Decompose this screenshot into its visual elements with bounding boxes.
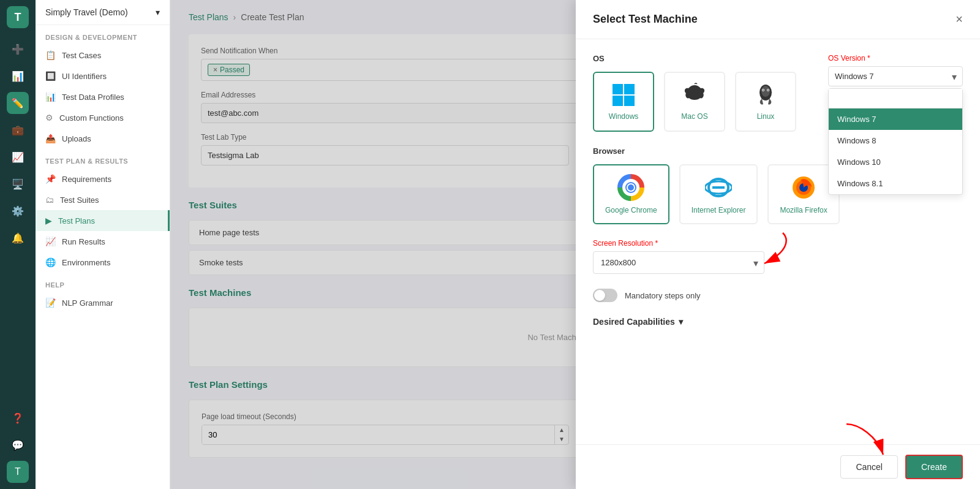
test-plans-icon: ▶ bbox=[45, 216, 52, 226]
toggle-thumb bbox=[594, 290, 605, 301]
sidebar: Simply Travel (Demo) ▾ DESIGN & DEVELOPM… bbox=[36, 0, 170, 489]
modal-body: OS Version * ▾ Windows 7 Windows 8 Windo… bbox=[576, 39, 980, 444]
os-version-dropdown: Windows 7 Windows 8 Windows 10 Windows 8… bbox=[828, 88, 963, 195]
run-results-icon: 📈 bbox=[45, 237, 56, 246]
modal-close-button[interactable]: × bbox=[956, 12, 963, 26]
resolution-select[interactable]: 1280x800 bbox=[593, 251, 764, 274]
create-button[interactable]: Create bbox=[905, 455, 963, 479]
nav-icon-chart[interactable]: 📈 bbox=[7, 146, 29, 168]
create-arrow bbox=[834, 418, 895, 461]
os-search-input[interactable] bbox=[829, 89, 962, 108]
main-content: Test Plans › Create Test Plan Send Notif… bbox=[170, 0, 980, 489]
nlp-icon: 📝 bbox=[45, 298, 56, 308]
resolution-label: Screen Resolution * bbox=[593, 239, 963, 248]
resolution-required: * bbox=[655, 239, 658, 248]
select-test-machine-modal: Select Test Machine × OS Version * ▾ Win… bbox=[576, 0, 980, 489]
resolution-section: Screen Resolution * 1280x800 ▾ bbox=[593, 239, 963, 274]
svg-point-5 bbox=[761, 86, 770, 97]
ui-identifiers-icon: 🔲 bbox=[45, 71, 56, 81]
section-design: DESIGN & DEVELOPMENT bbox=[36, 25, 170, 45]
sidebar-item-nlp-grammar[interactable]: 📝 NLP Grammar bbox=[36, 292, 170, 313]
modal-header: Select Test Machine × bbox=[576, 0, 980, 39]
windows-label: Windows bbox=[609, 112, 639, 121]
nav-icon-edit[interactable]: ✏️ bbox=[7, 92, 29, 114]
os-option-windows[interactable]: Windows bbox=[593, 72, 654, 132]
svg-rect-0 bbox=[612, 84, 623, 94]
section-help: HELP bbox=[36, 273, 170, 292]
nav-icon-help[interactable]: ❓ bbox=[7, 407, 29, 429]
dropdown-item-win81[interactable]: Windows 8.1 bbox=[829, 173, 962, 194]
sidebar-item-ui-identifiers[interactable]: 🔲 UI Identifiers bbox=[36, 66, 170, 86]
desired-cap-arrow-icon: ▾ bbox=[679, 317, 683, 327]
firefox-label: Mozilla Firefox bbox=[780, 206, 827, 214]
nav-icon-bell[interactable]: 🔔 bbox=[7, 227, 29, 249]
os-option-macos[interactable]: Mac OS bbox=[664, 72, 725, 132]
mandatory-steps-label: Mandatory steps only bbox=[625, 291, 701, 300]
os-version-select-wrap: ▾ Windows 7 Windows 8 Windows 10 Windows… bbox=[828, 66, 963, 86]
windows-icon bbox=[611, 83, 636, 107]
resolution-select-wrap: 1280x800 ▾ bbox=[593, 251, 764, 274]
test-cases-icon: 📋 bbox=[45, 50, 56, 60]
uploads-icon: 📤 bbox=[45, 134, 56, 143]
svg-point-8 bbox=[763, 89, 764, 91]
sidebar-item-uploads[interactable]: 📤 Uploads bbox=[36, 128, 170, 149]
sidebar-item-test-data-profiles[interactable]: 📊 Test Data Profiles bbox=[36, 86, 170, 107]
os-version-section: OS Version * ▾ Windows 7 Windows 8 Windo… bbox=[828, 54, 963, 86]
svg-point-9 bbox=[767, 89, 769, 91]
os-version-input[interactable] bbox=[828, 66, 963, 86]
sidebar-item-requirements[interactable]: 📌 Requirements bbox=[36, 169, 170, 189]
nav-icon-chat[interactable]: 💬 bbox=[7, 434, 29, 456]
environments-icon: 🌐 bbox=[45, 257, 56, 267]
nav-icon-reports[interactable]: 📊 bbox=[7, 65, 29, 87]
toggle-row: Mandatory steps only bbox=[593, 289, 963, 302]
macos-icon bbox=[682, 83, 707, 107]
chevron-down-icon: ▾ bbox=[156, 7, 160, 17]
test-suites-icon: 🗂 bbox=[45, 195, 54, 205]
icon-bar: T ➕ 📊 ✏️ 💼 📈 🖥️ ⚙️ 🔔 ❓ 💬 T bbox=[0, 0, 36, 489]
sidebar-item-test-suites[interactable]: 🗂 Test Suites bbox=[36, 189, 170, 210]
firefox-icon bbox=[790, 174, 817, 201]
section-results: TEST PLAN & RESULTS bbox=[36, 149, 170, 169]
sidebar-item-environments[interactable]: 🌐 Environments bbox=[36, 252, 170, 273]
mandatory-steps-toggle[interactable] bbox=[593, 289, 617, 302]
macos-label: Mac OS bbox=[681, 112, 707, 121]
chrome-icon bbox=[617, 174, 644, 201]
test-data-icon: 📊 bbox=[45, 92, 56, 102]
ie-icon bbox=[705, 174, 732, 201]
modal-title: Select Test Machine bbox=[593, 13, 698, 26]
desired-capabilities[interactable]: Desired Capabilities ▾ bbox=[593, 317, 963, 327]
svg-rect-3 bbox=[624, 96, 635, 106]
sidebar-item-test-plans[interactable]: ▶ Test Plans bbox=[36, 210, 170, 231]
chrome-label: Google Chrome bbox=[605, 206, 657, 214]
required-marker: * bbox=[867, 54, 870, 63]
linux-icon bbox=[753, 83, 778, 107]
modal-footer: Cancel Create bbox=[576, 444, 980, 489]
sidebar-item-test-cases[interactable]: 📋 Test Cases bbox=[36, 45, 170, 66]
svg-rect-16 bbox=[712, 186, 725, 189]
svg-rect-1 bbox=[624, 84, 635, 94]
custom-functions-icon: ⚙ bbox=[45, 113, 53, 123]
nav-icon-settings[interactable]: ⚙️ bbox=[7, 200, 29, 222]
nav-icon-home[interactable]: ➕ bbox=[7, 38, 29, 60]
nav-icon-monitor[interactable]: 🖥️ bbox=[7, 173, 29, 195]
dropdown-item-win7[interactable]: Windows 7 bbox=[829, 108, 962, 130]
svg-point-13 bbox=[628, 184, 634, 191]
dropdown-item-win8[interactable]: Windows 8 bbox=[829, 130, 962, 151]
browser-option-ie[interactable]: Internet Explorer bbox=[679, 164, 758, 224]
sidebar-item-run-results[interactable]: 📈 Run Results bbox=[36, 231, 170, 252]
os-version-label: OS Version * bbox=[828, 54, 963, 63]
os-option-linux[interactable]: Linux bbox=[735, 72, 796, 132]
nav-icon-user[interactable]: T bbox=[7, 461, 29, 483]
svg-rect-2 bbox=[612, 96, 623, 106]
requirements-icon: 📌 bbox=[45, 174, 56, 184]
ie-label: Internet Explorer bbox=[692, 206, 746, 214]
browser-option-chrome[interactable]: Google Chrome bbox=[593, 164, 669, 224]
app-logo[interactable]: T bbox=[7, 6, 29, 28]
sidebar-item-custom-functions[interactable]: ⚙ Custom Functions bbox=[36, 107, 170, 128]
sidebar-workspace[interactable]: Simply Travel (Demo) ▾ bbox=[36, 0, 170, 25]
dropdown-item-win10[interactable]: Windows 10 bbox=[829, 151, 962, 173]
linux-label: Linux bbox=[757, 112, 775, 121]
nav-icon-bag[interactable]: 💼 bbox=[7, 119, 29, 141]
